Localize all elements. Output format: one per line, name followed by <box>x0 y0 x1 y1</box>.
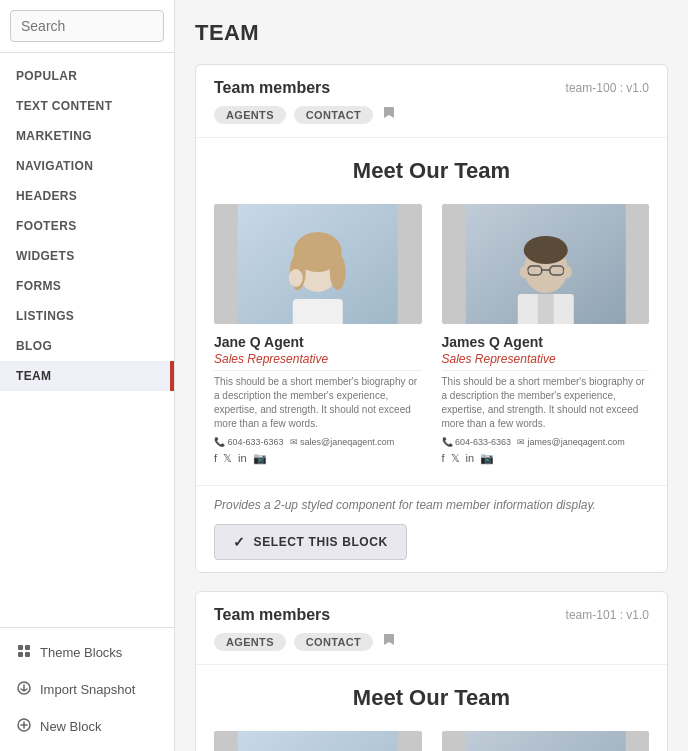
svg-rect-12 <box>293 299 343 324</box>
block-card-1: Team members team-101 : v1.0 AGENTSCONTA… <box>195 591 668 751</box>
sidebar-label-footers: FOOTERS <box>0 211 174 241</box>
page-title: TEAM <box>195 20 668 46</box>
member-photo-1-0 <box>214 731 422 751</box>
member-social-0-1: f𝕏in📷 <box>442 452 650 465</box>
svg-point-23 <box>563 266 571 278</box>
block-tags-1: AGENTSCONTACT <box>196 632 667 664</box>
sidebar-item-headers[interactable]: HEADERS <box>0 181 174 211</box>
footer-label-new-block: New Block <box>40 719 101 734</box>
add-icon <box>16 717 32 736</box>
twitter-icon[interactable]: 𝕏 <box>451 452 460 465</box>
import-icon <box>16 680 32 699</box>
theme-icon <box>16 643 32 662</box>
svg-point-11 <box>330 254 346 290</box>
member-contact-0-1: 📞 604-633-6363✉ james@janeqagent.com <box>442 437 650 447</box>
sidebar-item-widgets[interactable]: WIDGETS <box>0 241 174 271</box>
sidebar-label-team: TEAM <box>0 361 174 391</box>
tag-contact: CONTACT <box>294 633 373 651</box>
sidebar-item-text-content[interactable]: TEXT CONTENT <box>0 91 174 121</box>
phone-icon: 📞 604-633-6363 <box>214 437 284 447</box>
block-header-0: Team members team-100 : v1.0 <box>196 65 667 105</box>
preview-title-1: Meet Our Team <box>214 685 649 711</box>
team-member-1-1: James Q AgentSales Representativef𝕏in📷 <box>442 731 650 751</box>
block-footer-0: Provides a 2-up styled component for tea… <box>196 486 667 572</box>
block-tags-0: AGENTSCONTACT <box>196 105 667 137</box>
main-content: TEAM Team members team-100 : v1.0 AGENTS… <box>175 0 688 751</box>
block-card-0: Team members team-100 : v1.0 AGENTSCONTA… <box>195 64 668 573</box>
svg-point-22 <box>519 266 527 278</box>
search-box <box>0 0 174 53</box>
svg-rect-3 <box>25 652 30 657</box>
footer-item-new-block[interactable]: New Block <box>0 708 174 745</box>
member-name-0-1: James Q Agent <box>442 334 650 350</box>
svg-rect-0 <box>18 645 23 650</box>
linkedin-icon[interactable]: in <box>238 452 247 465</box>
linkedin-icon[interactable]: in <box>466 452 475 465</box>
sidebar-footer: Theme Blocks Import Snapshot New Block <box>0 627 174 751</box>
member-contact-0-0: 📞 604-633-6363✉ sales@janeqagent.com <box>214 437 422 447</box>
bookmark-icon[interactable] <box>381 632 397 652</box>
email-icon: ✉ sales@janeqagent.com <box>290 437 395 447</box>
select-block-button-0[interactable]: ✓SELECT THIS BLOCK <box>214 524 407 560</box>
svg-point-18 <box>523 236 567 264</box>
instagram-icon[interactable]: 📷 <box>253 452 267 465</box>
tag-agents: AGENTS <box>214 633 286 651</box>
sidebar-label-widgets: WIDGETS <box>0 241 174 271</box>
team-member-1-0: Jane Q AgentSales Representativef𝕏in📷 <box>214 731 422 751</box>
block-title-0: Team members <box>214 79 330 97</box>
footer-item-theme-blocks[interactable]: Theme Blocks <box>0 634 174 671</box>
member-bio-0-0: This should be a short member's biograph… <box>214 375 422 431</box>
sidebar-item-forms[interactable]: FORMS <box>0 271 174 301</box>
block-preview-1: Meet Our Team Jane Q AgentSales Repre <box>196 664 667 751</box>
sidebar-label-headers: HEADERS <box>0 181 174 211</box>
sidebar-label-forms: FORMS <box>0 271 174 301</box>
sidebar-item-team[interactable]: TEAM <box>0 361 174 391</box>
nav-list: POPULARTEXT CONTENTMARKETINGNAVIGATIONHE… <box>0 53 174 627</box>
sidebar-item-popular[interactable]: POPULAR <box>0 61 174 91</box>
facebook-icon[interactable]: f <box>442 452 445 465</box>
sidebar-label-blog: BLOG <box>0 331 174 361</box>
sidebar-item-navigation[interactable]: NAVIGATION <box>0 151 174 181</box>
check-icon: ✓ <box>233 534 246 550</box>
block-preview-0: Meet Our Team Jane Q AgentSales Repre <box>196 137 667 486</box>
member-role-0-0: Sales Representative <box>214 352 422 371</box>
instagram-icon[interactable]: 📷 <box>480 452 494 465</box>
phone-icon: 📞 604-633-6363 <box>442 437 512 447</box>
block-title-1: Team members <box>214 606 330 624</box>
sidebar-item-marketing[interactable]: MARKETING <box>0 121 174 151</box>
footer-label-import-snapshot: Import Snapshot <box>40 682 135 697</box>
select-label-0: SELECT THIS BLOCK <box>254 535 388 549</box>
svg-rect-16 <box>537 294 553 324</box>
sidebar-label-navigation: NAVIGATION <box>0 151 174 181</box>
sidebar-label-listings: LISTINGS <box>0 301 174 331</box>
twitter-icon[interactable]: 𝕏 <box>223 452 232 465</box>
svg-rect-24 <box>238 731 398 751</box>
sidebar-item-blog[interactable]: BLOG <box>0 331 174 361</box>
preview-title-0: Meet Our Team <box>214 158 649 184</box>
footer-item-import-snapshot[interactable]: Import Snapshot <box>0 671 174 708</box>
member-photo-0-1 <box>442 204 650 324</box>
sidebar-item-listings[interactable]: LISTINGS <box>0 301 174 331</box>
sidebar-item-footers[interactable]: FOOTERS <box>0 211 174 241</box>
block-header-1: Team members team-101 : v1.0 <box>196 592 667 632</box>
svg-rect-2 <box>18 652 23 657</box>
team-grid-1: Jane Q AgentSales Representativef𝕏in📷 <box>214 731 649 751</box>
active-indicator <box>170 361 174 391</box>
search-input[interactable] <box>10 10 164 42</box>
block-id-1: team-101 : v1.0 <box>566 608 649 622</box>
member-photo-1-1 <box>442 731 650 751</box>
sidebar-label-popular: POPULAR <box>0 61 174 91</box>
member-role-0-1: Sales Representative <box>442 352 650 371</box>
team-member-0-0: Jane Q AgentSales RepresentativeThis sho… <box>214 204 422 465</box>
member-social-0-0: f𝕏in📷 <box>214 452 422 465</box>
svg-point-13 <box>289 269 303 287</box>
blocks-container: Team members team-100 : v1.0 AGENTSCONTA… <box>195 64 668 751</box>
svg-rect-32 <box>465 731 625 751</box>
member-name-0-0: Jane Q Agent <box>214 334 422 350</box>
sidebar: POPULARTEXT CONTENTMARKETINGNAVIGATIONHE… <box>0 0 175 751</box>
facebook-icon[interactable]: f <box>214 452 217 465</box>
block-description-0: Provides a 2-up styled component for tea… <box>214 498 649 512</box>
member-photo-0-0 <box>214 204 422 324</box>
svg-rect-1 <box>25 645 30 650</box>
bookmark-icon[interactable] <box>381 105 397 125</box>
